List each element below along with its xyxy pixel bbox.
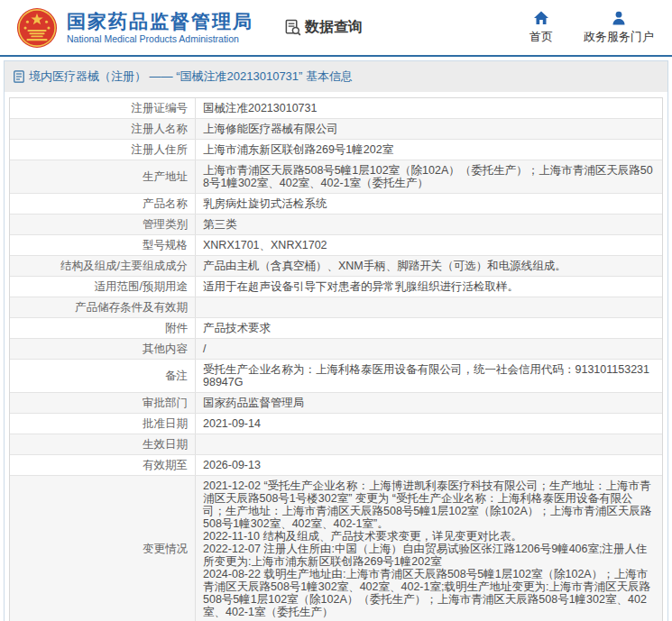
row-value: 第三类 — [195, 215, 662, 234]
table-row: 变更情况2021-12-02 “受托生产企业名称：上海博进凯利泰医疗科技有限公司… — [10, 476, 662, 621]
registration-info-table: 注册证编号国械注准20213010731 注册人名称上海修能医疗器械有限公司 注… — [9, 97, 663, 621]
table-row: 生产地址上海市青浦区天辰路508号5幢1层102室（除102A）（委托生产）；上… — [10, 160, 662, 194]
page-header: 国家药品监督管理局 National Medical Products Admi… — [0, 0, 672, 57]
national-emblem-logo — [16, 7, 58, 49]
row-label: 生产地址 — [10, 167, 195, 187]
row-label: 注册人住所 — [10, 140, 195, 160]
data-query-icon — [284, 19, 301, 36]
row-label: 注册人名称 — [10, 119, 195, 139]
row-label: 批准日期 — [10, 414, 195, 434]
agency-name-en: National Medical Products Administration — [67, 33, 253, 45]
row-label: 生效日期 — [10, 434, 195, 454]
table-row: 型号规格XNRX1701、XNRX1702 — [10, 235, 662, 256]
row-value — [195, 297, 662, 317]
table-row: 附件产品技术要求 — [10, 318, 662, 339]
row-label: 有效期至 — [10, 455, 195, 475]
nav-home[interactable]: 首页 — [529, 10, 553, 45]
row-value: 上海市青浦区天辰路508号5幢1层102室（除102A）（委托生产）；上海市青浦… — [195, 160, 662, 193]
content-panel: 境内医疗器械（注册） —— “国械注准20213010731” 基本信息 注册证… — [4, 60, 668, 621]
table-row: 有效期至2026-09-13 — [10, 455, 662, 476]
row-value: / — [195, 339, 662, 359]
nav-home-label: 首页 — [529, 29, 553, 45]
table-row: 审批部门国家药品监督管理局 — [10, 393, 662, 414]
home-icon — [533, 10, 549, 26]
table-row: 生效日期 — [10, 434, 662, 455]
table-row: 注册人住所上海市浦东新区联创路269号1幢202室 — [10, 140, 662, 160]
table-row: 结构及组成/主要组成成分产品由主机（含真空桶）、XNM手柄、脚踏开关（可选）和电… — [10, 256, 662, 277]
table-row: 产品名称乳房病灶旋切式活检系统 — [10, 194, 662, 215]
row-value: XNRX1701、XNRX1702 — [195, 235, 662, 255]
document-icon — [14, 70, 24, 83]
row-value: 国家药品监督管理局 — [195, 393, 662, 413]
row-label: 附件 — [10, 318, 195, 338]
table-row: 产品储存条件及有效期 — [10, 297, 662, 318]
row-value: 产品技术要求 — [195, 318, 662, 338]
row-value: 2026-09-13 — [195, 455, 662, 475]
table-row: 其他内容/ — [10, 339, 662, 360]
row-label: 适用范围/预期用途 — [10, 277, 195, 297]
row-label: 备注 — [10, 366, 195, 386]
nav-portal[interactable]: 政务服务门户 — [584, 10, 654, 45]
row-label: 审批部门 — [10, 393, 195, 413]
table-row: 备注受托生产企业名称为：上海利格泰医用设备有限公司，统一社会信用代码：91310… — [10, 360, 662, 393]
table-row: 管理类别第三类 — [10, 215, 662, 235]
data-query-label: 数据查询 — [305, 18, 363, 37]
table-row: 适用范围/预期用途适用于在超声设备引导下对患者的异常乳腺组织进行活检取样。 — [10, 277, 662, 297]
row-value: 上海修能医疗器械有限公司 — [195, 119, 662, 139]
row-value: 国械注准20213010731 — [195, 98, 662, 118]
row-label: 变更情况 — [10, 539, 195, 559]
row-value: 2021-12-02 “受托生产企业名称：上海博进凯利泰医疗科技有限公司；生产地… — [195, 476, 662, 621]
row-label: 产品储存条件及有效期 — [10, 297, 195, 317]
breadcrumb: 境内医疗器械（注册） —— “国械注准20213010731” 基本信息 — [5, 61, 667, 92]
agency-title-block: 国家药品监督管理局 National Medical Products Admi… — [67, 11, 253, 45]
agency-name-zh: 国家药品监督管理局 — [67, 11, 253, 32]
table-row: 批准日期2021-09-14 — [10, 414, 662, 434]
row-value: 产品由主机（含真空桶）、XNM手柄、脚踏开关（可选）和电源线组成。 — [195, 256, 662, 276]
header-nav: 首页 政务服务门户 — [529, 10, 654, 45]
row-value: 乳房病灶旋切式活检系统 — [195, 194, 662, 214]
data-query-tab[interactable]: 数据查询 — [284, 18, 363, 37]
user-icon — [611, 10, 627, 26]
row-label: 管理类别 — [10, 215, 195, 234]
breadcrumb-text: 境内医疗器械（注册） —— “国械注准20213010731” 基本信息 — [29, 68, 353, 85]
row-value — [195, 434, 662, 454]
row-label: 结构及组成/主要组成成分 — [10, 256, 195, 276]
row-value: 适用于在超声设备引导下对患者的异常乳腺组织进行活检取样。 — [195, 277, 662, 297]
row-value: 上海市浦东新区联创路269号1幢202室 — [195, 140, 662, 160]
row-label: 注册证编号 — [10, 98, 195, 118]
row-label: 其他内容 — [10, 339, 195, 359]
row-label: 型号规格 — [10, 235, 195, 255]
table-row: 注册证编号国械注准20213010731 — [10, 98, 662, 119]
nav-portal-label: 政务服务门户 — [584, 29, 654, 45]
row-value: 2021-09-14 — [195, 414, 662, 434]
row-label: 产品名称 — [10, 194, 195, 214]
table-row: 注册人名称上海修能医疗器械有限公司 — [10, 119, 662, 140]
row-value: 受托生产企业名称为：上海利格泰医用设备有限公司，统一社会信用代码：9131011… — [195, 360, 662, 392]
